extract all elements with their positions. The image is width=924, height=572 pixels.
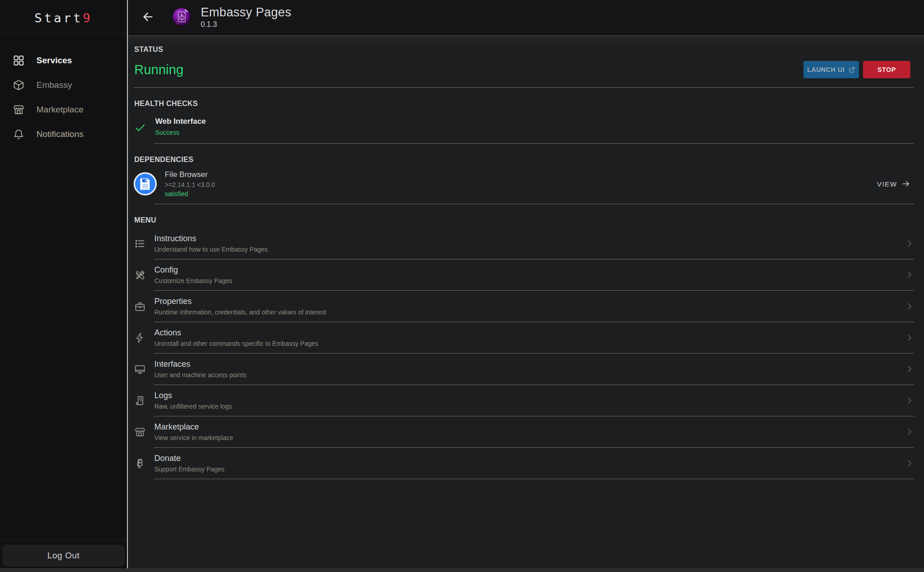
dependency-title: File Browser (165, 170, 215, 179)
menu-item-title: Config (154, 265, 232, 275)
menu-item-subtitle: Customize Embassy Pages (154, 277, 232, 284)
health-check-status: Success (155, 129, 206, 136)
app-version: 0.1.3 (201, 20, 291, 29)
menu-item-title: Actions (154, 328, 318, 338)
briefcase-icon (134, 301, 146, 312)
receipt-icon (134, 395, 146, 406)
health-check-title: Web Interface (155, 117, 206, 126)
app-window: Start9 Services Emba (0, 0, 924, 572)
bottom-edge-strip (0, 568, 924, 572)
file-browser-icon (133, 172, 157, 196)
dependencies-section-label: DEPENDENCIES (128, 144, 924, 164)
logout-button[interactable]: Log Out (2, 545, 125, 567)
arrow-back-icon (141, 10, 155, 24)
view-label: VIEW (877, 180, 897, 188)
menu-item-title: Instructions (154, 234, 268, 243)
dependency-view-button[interactable]: VIEW (877, 179, 910, 188)
chevron-right-icon (905, 364, 914, 374)
menu-item-actions[interactable]: Actions Uninstall and other commands spe… (128, 322, 924, 353)
menu-item-title: Marketplace (154, 422, 233, 432)
launch-ui-label: LAUNCH UI (807, 66, 844, 73)
storefront-icon (13, 104, 25, 116)
tools-icon (134, 269, 146, 281)
list-icon (134, 238, 146, 249)
logo-nine: 9 (83, 11, 92, 25)
menu-item-instructions[interactable]: Instructions Understand how to use Embas… (128, 228, 924, 259)
menu-item-title: Properties (154, 297, 326, 306)
dependency-row[interactable]: File Browser >=2.14.1.1 <3.0.0 satisfied… (128, 164, 924, 204)
sidebar-nav: Services Embassy (0, 48, 127, 147)
status-section-label: STATUS (128, 35, 924, 54)
menu-item-properties[interactable]: Properties Runtime information, credenti… (128, 291, 924, 322)
menu-item-interfaces[interactable]: Interfaces User and machine access point… (128, 354, 924, 385)
sidebar-item-label: Services (36, 56, 72, 66)
chevron-right-icon (905, 270, 914, 279)
menu-item-subtitle: Uninstall and other commands specific to… (154, 340, 318, 347)
storefront-icon (134, 426, 146, 438)
bitcoin-icon (134, 458, 146, 469)
sidebar-item-label: Embassy (36, 80, 72, 90)
menu-divider (154, 479, 914, 479)
chevron-right-icon (905, 302, 914, 311)
bell-icon (13, 128, 25, 140)
menu-item-logs[interactable]: Logs Raw, unfiltered service logs (128, 385, 924, 416)
chevron-right-icon (905, 333, 914, 342)
external-link-icon (848, 66, 855, 73)
sidebar-item-services[interactable]: Services (0, 48, 127, 73)
menu-item-title: Logs (154, 391, 232, 400)
menu-item-subtitle: View service in marketplace (154, 434, 233, 441)
page-header: Embassy Pages 0.1.3 (128, 0, 924, 35)
status-row: Running LAUNCH UI STOP (128, 54, 924, 85)
embassy-pages-app-icon (172, 7, 192, 27)
header-titles: Embassy Pages 0.1.3 (201, 5, 291, 29)
service-detail-content: STATUS Running LAUNCH UI STOP (128, 35, 924, 572)
menu-item-subtitle: Support Embassy Pages (154, 466, 224, 473)
sidebar-footer: Log Out (0, 540, 127, 572)
menu-item-subtitle: Raw, unfiltered service logs (154, 403, 232, 410)
check-icon (134, 121, 146, 133)
menu-section-label: MENU (128, 204, 924, 224)
health-checks-section-label: HEALTH CHECKS (128, 88, 924, 108)
cube-icon (13, 79, 25, 91)
desktop-icon (134, 364, 146, 375)
sidebar-item-label: Notifications (36, 129, 84, 139)
logo-text: Start (35, 11, 83, 25)
sidebar-item-notifications[interactable]: Notifications (0, 122, 127, 147)
start9-logo: Start9 (0, 0, 127, 34)
dependency-version-range: >=2.14.1.1 <3.0.0 (165, 181, 215, 188)
stop-button[interactable]: STOP (863, 61, 910, 78)
menu-item-subtitle: Runtime information, credentials, and ot… (154, 309, 326, 316)
menu-item-subtitle: Understand how to use Embassy Pages (154, 246, 268, 253)
sidebar: Start9 Services Emba (0, 0, 128, 572)
main-panel: Embassy Pages 0.1.3 STATUS Running LAUNC… (128, 0, 924, 572)
sidebar-item-embassy[interactable]: Embassy (0, 73, 127, 97)
menu-item-marketplace[interactable]: Marketplace View service in marketplace (128, 416, 924, 447)
chevron-right-icon (905, 396, 914, 405)
launch-ui-button[interactable]: LAUNCH UI (803, 61, 859, 78)
menu-item-subtitle: User and machine access points (154, 371, 246, 379)
dependency-status: satisfied (165, 190, 215, 197)
health-check-row: Web Interface Success (128, 108, 924, 143)
chevron-right-icon (905, 427, 914, 436)
chevron-right-icon (905, 239, 914, 248)
chevron-right-icon (905, 459, 914, 468)
status-value: Running (134, 62, 183, 77)
grid-icon (13, 55, 25, 66)
sidebar-item-label: Marketplace (36, 105, 84, 115)
status-buttons: LAUNCH UI STOP (803, 61, 910, 78)
service-menu-list: Instructions Understand how to use Embas… (128, 228, 924, 479)
menu-item-title: Interfaces (154, 359, 246, 369)
menu-item-donate[interactable]: Donate Support Embassy Pages (128, 448, 924, 479)
back-button[interactable] (139, 8, 157, 26)
page-title: Embassy Pages (201, 5, 291, 20)
menu-item-config[interactable]: Config Customize Embassy Pages (128, 259, 924, 290)
sidebar-item-marketplace[interactable]: Marketplace (0, 97, 127, 122)
arrow-forward-icon (901, 179, 910, 188)
flash-icon (134, 332, 146, 344)
menu-item-title: Donate (154, 454, 224, 463)
